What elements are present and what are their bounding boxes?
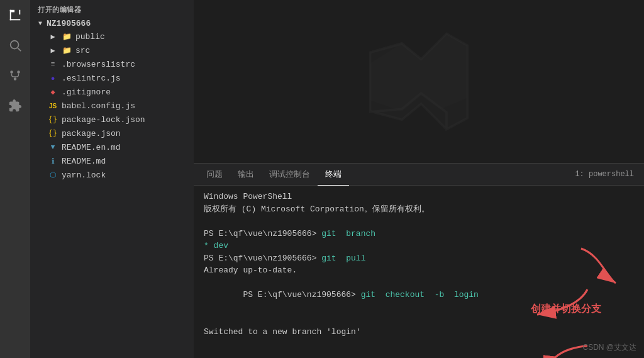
sidebar-item-package[interactable]: {} package.json [30, 126, 194, 140]
editor-area [194, 0, 644, 163]
item-label-readme: README.md [62, 157, 106, 166]
terminal-line-uptodate: Already up-to-date. [204, 264, 634, 277]
git-icon: ◆ [48, 87, 58, 97]
annotation-text: 创建并切换分支 [531, 301, 601, 316]
sidebar-item-package-lock[interactable]: {} package-lock.json [30, 113, 194, 126]
terminal-body[interactable]: Windows PowerShell 版权所有 (C) Microsoft Co… [194, 186, 644, 358]
terminal-blank-1 [204, 215, 634, 228]
folder-arrow: ▼ [35, 18, 45, 28]
item-label-src: src [75, 46, 90, 55]
terminal-line-switched: Switched to a new branch 'login' [204, 326, 634, 359]
svg-point-6 [10, 70, 13, 74]
sidebar: 打开的编辑器 ▼ NZ1905666 ▶ 📁 public ▶ 📁 src ≡ … [30, 0, 194, 358]
tab-debug-console[interactable]: 调试控制台 [262, 164, 318, 186]
activity-bar [0, 0, 30, 358]
file-icon: ≡ [48, 59, 58, 69]
terminal-line-dev: * dev [204, 240, 634, 252]
terminal-line-git-pull: PS E:\qf\vue\nz1905666> git pull [204, 252, 634, 265]
tab-output[interactable]: 输出 [230, 164, 262, 186]
sidebar-item-readme-en[interactable]: ▼ README.en.md [30, 140, 194, 154]
js-icon: JS [48, 101, 58, 111]
csdn-watermark: CSDN @艾文达 [582, 342, 636, 353]
extensions-icon[interactable] [5, 96, 25, 116]
cmd-text: git branch [321, 229, 375, 238]
sidebar-item-eslintrc[interactable]: ● .eslintrc.js [30, 71, 194, 85]
terminal-text: Switched to a new branch 'login' [204, 327, 361, 337]
item-label-gitignore: .gitignore [62, 87, 111, 97]
arrow-right-icon: ▶ [48, 31, 58, 42]
terminal-text: Already up-to-date. [204, 266, 297, 275]
terminal-line-2: 版权所有 (C) Microsoft Corporation。保留所有权利。 [204, 203, 634, 216]
cmd-text: git checkout -b login [361, 290, 479, 299]
svg-rect-1 [10, 10, 11, 21]
vscode-watermark [362, 25, 475, 138]
folder-icon: 📁 [62, 31, 72, 42]
sidebar-item-public[interactable]: ▶ 📁 public [30, 30, 194, 43]
item-label-package: package.json [62, 129, 121, 138]
svg-rect-2 [10, 19, 21, 20]
panel-tabs: 问题 输出 调试控制台 终端 1: powershell [194, 164, 644, 186]
arrow-right-icon: ▶ [48, 45, 58, 55]
sidebar-item-yarn-lock[interactable]: ⬡ yarn.lock [30, 168, 194, 182]
item-label-readme-en: README.en.md [62, 143, 121, 152]
prompt: PS E:\qf\vue\nz1905666> [204, 229, 321, 238]
open-editors-header: 打开的编辑器 [30, 0, 194, 17]
terminal-text: 版权所有 (C) Microsoft Corporation。保留所有权利。 [204, 204, 430, 214]
tab-terminal[interactable]: 终端 [318, 164, 349, 186]
info-icon: ℹ [48, 156, 58, 166]
source-control-icon[interactable] [5, 65, 25, 86]
project-folder[interactable]: ▼ NZ1905666 [30, 17, 194, 30]
terminal-text: Windows PowerShell [204, 192, 292, 201]
yarn-icon: ⬡ [48, 170, 58, 180]
tab-problems[interactable]: 问题 [199, 164, 230, 186]
json-icon: {} [48, 115, 58, 125]
svg-rect-3 [19, 10, 20, 14]
svg-point-7 [17, 70, 20, 74]
terminal-line-1: Windows PowerShell [204, 191, 634, 203]
item-label-package-lock: package-lock.json [62, 115, 145, 125]
prompt: PS E:\qf\vue\nz1905666> [204, 254, 321, 263]
panel: 问题 输出 调试控制台 终端 1: powershell Windows Pow… [194, 163, 644, 358]
terminal-line-git-branch: PS E:\qf\vue\nz1905666> git branch [204, 228, 634, 240]
item-label-babel: babel.config.js [62, 101, 135, 111]
explorer-icon[interactable] [5, 5, 25, 25]
star-dev: * dev [204, 241, 228, 250]
sidebar-item-readme[interactable]: ℹ README.md [30, 154, 194, 168]
item-label-eslintrc: .eslintrc.js [62, 74, 121, 83]
folder-icon: 📁 [62, 45, 72, 55]
svg-point-8 [14, 77, 17, 81]
item-label-public: public [75, 32, 105, 42]
md-icon: ▼ [48, 142, 58, 152]
item-label-browserslistrc: .browserslistrc [62, 60, 135, 69]
cmd-text: git pull [321, 254, 365, 263]
sidebar-item-gitignore[interactable]: ◆ .gitignore [30, 85, 194, 99]
svg-point-4 [11, 41, 19, 49]
eslint-icon: ● [48, 73, 58, 83]
main-area: 问题 输出 调试控制台 终端 1: powershell Windows Pow… [194, 0, 644, 358]
sidebar-item-browserslistrc[interactable]: ≡ .browserslistrc [30, 57, 194, 71]
terminal-instance-label: 1: powershell [575, 170, 639, 179]
svg-line-5 [18, 48, 21, 51]
sidebar-item-src[interactable]: ▶ 📁 src [30, 43, 194, 57]
json-icon: {} [48, 128, 58, 138]
item-label-yarn-lock: yarn.lock [62, 171, 106, 180]
search-icon[interactable] [5, 35, 25, 55]
terminal-line-checkout: PS E:\qf\vue\nz1905666> git checkout -b … [204, 277, 634, 326]
sidebar-item-babel[interactable]: JS babel.config.js [30, 99, 194, 113]
prompt: PS E:\qf\vue\nz1905666> [243, 290, 360, 299]
project-name: NZ1905666 [47, 19, 91, 28]
